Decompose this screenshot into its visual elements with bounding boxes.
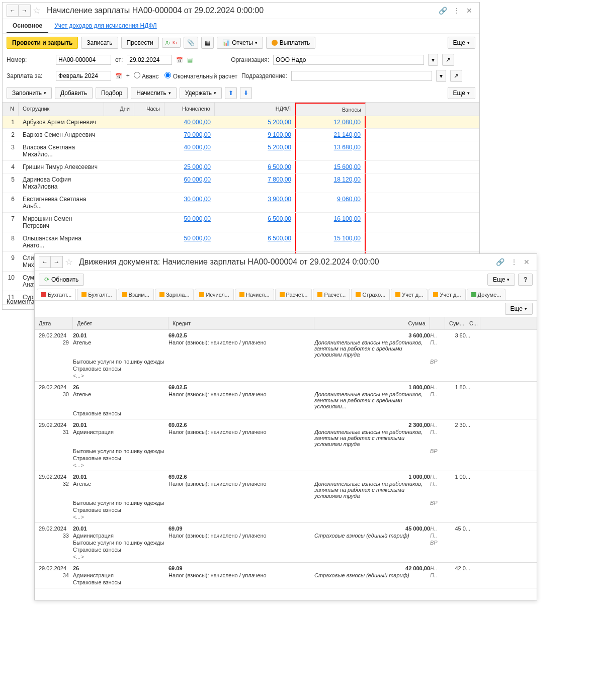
radio-final[interactable]: Окончательный расчет [164, 72, 237, 80]
col-ndfl[interactable]: НДФЛ [215, 103, 295, 116]
post-close-button[interactable]: Провести и закрыть [7, 37, 78, 49]
sub-close-icon[interactable]: ✕ [524, 258, 530, 266]
radio-advance[interactable]: Аванс [134, 72, 159, 80]
movement-entry[interactable]: 29.02.202420.0169.02.62 300,00Н..2 30...… [35, 419, 537, 471]
table-row[interactable]: 4Гришин Тимур Алексеевич25 000,006 500,0… [3, 161, 479, 173]
sub-kebab-icon[interactable]: ⋮ [511, 258, 518, 266]
dept-dropdown-icon[interactable]: ▾ [436, 70, 446, 82]
cell-ndfl[interactable]: 5 200,00 [215, 116, 295, 128]
move-down-icon[interactable]: ⬇ [240, 87, 252, 99]
cell-contrib[interactable]: 15 600,00 [295, 161, 366, 173]
sub-link-icon[interactable]: 🔗 [496, 258, 504, 266]
register-tab[interactable]: Исчисл... [195, 289, 233, 300]
movement-entry[interactable]: 29.02.202420.0169.0945 000,00Н..45 0...3… [35, 523, 537, 563]
mv-col-sum[interactable]: Сумма [314, 317, 430, 329]
mv-col-credit[interactable]: Кредит [168, 317, 314, 329]
refresh-button[interactable]: ⟳ Обновить [39, 274, 84, 286]
grid-more-button[interactable]: Еще [448, 87, 475, 99]
attach-icon[interactable]: 📎 [184, 37, 198, 49]
number-input[interactable] [56, 55, 111, 65]
tab-ndfl-link[interactable]: Учет доходов для исчисления НДФЛ [48, 19, 163, 33]
cell-accrued[interactable]: 50 000,00 [164, 213, 215, 232]
cell-contrib[interactable]: 21 140,00 [295, 129, 366, 141]
salary-period-input[interactable] [56, 71, 111, 81]
mv-col-x2[interactable]: С... [465, 317, 480, 329]
mv-col-x1[interactable]: Сум... [445, 317, 465, 329]
register-tab[interactable]: Взаим... [118, 289, 154, 300]
pick-button[interactable]: Подбор [96, 87, 128, 99]
star-icon[interactable]: ☆ [33, 5, 41, 16]
movement-entry[interactable]: 29.02.202420.0169.02.53 600,00Н..3 60...… [35, 330, 537, 382]
cell-ndfl[interactable]: 6 500,00 [215, 213, 295, 232]
register-tab[interactable]: Докуме... [467, 289, 506, 300]
cell-accrued[interactable]: 25 000,00 [164, 161, 215, 173]
register-tab[interactable]: Зарпла... [155, 289, 194, 300]
calendar-icon[interactable]: 📅 [176, 57, 183, 63]
cell-contrib[interactable]: 16 100,00 [295, 213, 366, 232]
table-row[interactable]: 1Арбузов Артем Сергеевич40 000,005 200,0… [3, 116, 479, 129]
cell-ndfl[interactable]: 9 100,00 [215, 129, 295, 141]
register-tab[interactable]: Бухгалт... [37, 289, 76, 301]
cell-ndfl[interactable]: 6 500,00 [215, 232, 295, 251]
cell-accrued[interactable]: 60 000,00 [164, 173, 215, 193]
col-days[interactable]: Дни [104, 103, 134, 116]
more-button[interactable]: Еще [448, 37, 475, 49]
forward-button[interactable]: → [19, 5, 31, 17]
sub-back-button[interactable]: ← [39, 256, 51, 268]
table-row[interactable]: 7Мирошкин Семен Петрович50 000,006 500,0… [3, 213, 479, 232]
back-button[interactable]: ← [7, 5, 19, 17]
cell-contrib[interactable]: 12 080,00 [295, 116, 366, 128]
mv-col-date[interactable]: Дата [35, 317, 73, 329]
col-accrued[interactable]: Начислено [164, 103, 215, 116]
stepper-icon[interactable]: ÷ [126, 72, 130, 79]
move-up-icon[interactable]: ⬆ [225, 87, 237, 99]
cell-accrued[interactable]: 70 000,00 [164, 129, 215, 141]
movement-entry[interactable]: 29.02.202420.0169.02.61 000,00Н..1 00...… [35, 471, 537, 523]
kebab-icon[interactable]: ⋮ [453, 7, 460, 15]
cell-ndfl[interactable]: 6 500,00 [215, 161, 295, 173]
col-employee[interactable]: Сотрудник [19, 103, 104, 116]
print-icon[interactable]: ▤ [187, 56, 193, 63]
table-row[interactable]: 6Евстигнеева Светлана Альб...30 000,003 … [3, 193, 479, 213]
mv-col-debit[interactable]: Дебет [73, 317, 168, 329]
struct-icon[interactable]: ▦ [201, 37, 214, 49]
sub-more-button[interactable]: Еще [487, 274, 515, 286]
cell-accrued[interactable]: 30 000,00 [164, 193, 215, 212]
cell-contrib[interactable]: 13 680,00 [295, 141, 366, 160]
pay-button[interactable]: Выплатить [266, 37, 316, 49]
cell-accrued[interactable]: 40 000,00 [164, 141, 215, 160]
cell-contrib[interactable]: 9 060,00 [295, 193, 366, 212]
col-n[interactable]: N [3, 103, 19, 116]
withhold-button[interactable]: Удержать [180, 87, 222, 99]
dept-input[interactable] [291, 71, 432, 81]
post-button[interactable]: Провести [121, 37, 159, 49]
cell-ndfl[interactable]: 7 800,00 [215, 173, 295, 193]
dept-open-icon[interactable]: ↗ [450, 70, 462, 82]
cell-contrib[interactable]: 15 100,00 [295, 232, 366, 251]
date-input[interactable] [127, 55, 172, 65]
table-row[interactable]: 8Ольшанская Марина Анато...50 000,006 50… [3, 232, 479, 252]
help-button[interactable]: ? [518, 274, 533, 286]
register-tab[interactable]: Учет д... [391, 289, 428, 300]
table-row[interactable]: 2Барков Семен Андреевич70 000,009 100,00… [3, 129, 479, 141]
link-icon[interactable]: 🔗 [439, 7, 447, 15]
tab-main[interactable]: Основное [7, 19, 48, 33]
add-button[interactable]: Добавить [55, 87, 93, 99]
org-open-icon[interactable]: ↗ [442, 54, 454, 66]
cell-ndfl[interactable]: 3 900,00 [215, 193, 295, 212]
register-tab[interactable]: Начисл... [235, 289, 274, 300]
register-tab[interactable]: Учет д... [429, 289, 465, 300]
cell-contrib[interactable]: 18 120,00 [295, 173, 366, 193]
col-contrib[interactable]: Взносы [295, 103, 366, 116]
org-input[interactable] [273, 55, 424, 65]
register-tab[interactable]: Страхо... [351, 289, 390, 300]
movement-entry[interactable]: 29.02.20242669.0942 000,00Н..42 0...34Ад… [35, 563, 537, 588]
close-icon[interactable]: ✕ [466, 7, 472, 15]
cell-accrued[interactable]: 40 000,00 [164, 116, 215, 128]
cell-ndfl[interactable]: 5 200,00 [215, 141, 295, 160]
sub-forward-button[interactable]: → [51, 256, 63, 268]
cell-accrued[interactable]: 50 000,00 [164, 232, 215, 251]
accrue-button[interactable]: Начислить [131, 87, 176, 99]
register-tab[interactable]: Расчет... [313, 289, 350, 300]
calendar-icon-2[interactable]: 📅 [115, 73, 122, 79]
